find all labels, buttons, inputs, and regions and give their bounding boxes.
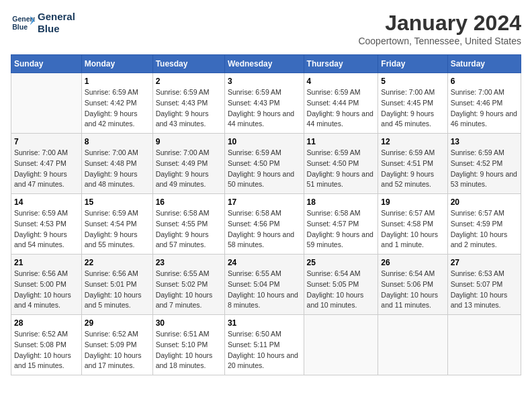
day-number: 11 [307, 137, 375, 146]
calendar-cell [11, 73, 82, 134]
calendar-week-row: 28Sunrise: 6:52 AMSunset: 5:08 PMDayligh… [11, 315, 521, 375]
day-number: 23 [156, 258, 222, 267]
calendar-cell: 12Sunrise: 6:59 AMSunset: 4:51 PMDayligh… [378, 134, 447, 194]
col-thursday: Thursday [304, 55, 378, 73]
day-info: Sunrise: 6:59 AMSunset: 4:52 PMDaylight:… [451, 148, 517, 188]
day-info: Sunrise: 6:59 AMSunset: 4:50 PMDaylight:… [228, 148, 294, 188]
svg-text:Blue: Blue [12, 23, 28, 31]
day-number: 2 [156, 77, 222, 86]
day-info: Sunrise: 6:58 AMSunset: 4:55 PMDaylight:… [156, 209, 210, 248]
col-sunday: Sunday [11, 55, 82, 73]
day-number: 3 [228, 77, 301, 86]
calendar-week-row: 14Sunrise: 6:59 AMSunset: 4:53 PMDayligh… [11, 194, 521, 255]
day-info: Sunrise: 6:59 AMSunset: 4:50 PMDaylight:… [307, 148, 373, 188]
calendar-cell: 4Sunrise: 6:59 AMSunset: 4:44 PMDaylight… [304, 73, 378, 134]
calendar-cell: 8Sunrise: 7:00 AMSunset: 4:48 PMDaylight… [81, 134, 152, 194]
calendar-cell [378, 315, 447, 375]
day-number: 22 [85, 258, 150, 267]
day-info: Sunrise: 6:59 AMSunset: 4:51 PMDaylight:… [381, 148, 435, 188]
page-title: January 2024 [358, 11, 521, 36]
day-number: 10 [228, 137, 301, 146]
page-header: General Blue GeneralBlue January 2024 Co… [11, 11, 521, 46]
day-number: 21 [14, 258, 79, 267]
page-subtitle: Coopertown, Tennessee, United States [358, 36, 521, 46]
day-number: 17 [228, 197, 301, 207]
header-row: Sunday Monday Tuesday Wednesday Thursday… [11, 55, 521, 73]
calendar-cell: 15Sunrise: 6:59 AMSunset: 4:54 PMDayligh… [81, 194, 152, 255]
col-friday: Friday [378, 55, 447, 73]
day-info: Sunrise: 6:54 AMSunset: 5:06 PMDaylight:… [381, 269, 438, 309]
col-monday: Monday [81, 55, 152, 73]
day-info: Sunrise: 7:00 AMSunset: 4:45 PMDaylight:… [381, 88, 435, 128]
calendar-cell: 19Sunrise: 6:57 AMSunset: 4:58 PMDayligh… [378, 194, 447, 255]
calendar-cell: 10Sunrise: 6:59 AMSunset: 4:50 PMDayligh… [224, 134, 304, 194]
logo: General Blue GeneralBlue [11, 11, 75, 35]
calendar-week-row: 1Sunrise: 6:59 AMSunset: 4:42 PMDaylight… [11, 73, 521, 134]
calendar-cell: 16Sunrise: 6:58 AMSunset: 4:55 PMDayligh… [152, 194, 224, 255]
calendar-cell [304, 315, 378, 375]
day-number: 7 [14, 137, 79, 146]
day-info: Sunrise: 6:58 AMSunset: 4:56 PMDaylight:… [228, 209, 294, 248]
calendar-cell: 5Sunrise: 7:00 AMSunset: 4:45 PMDaylight… [378, 73, 447, 134]
day-info: Sunrise: 6:51 AMSunset: 5:10 PMDaylight:… [156, 330, 213, 369]
day-number: 12 [381, 137, 444, 146]
day-info: Sunrise: 6:59 AMSunset: 4:44 PMDaylight:… [307, 88, 373, 128]
day-info: Sunrise: 7:00 AMSunset: 4:46 PMDaylight:… [451, 88, 517, 128]
day-number: 15 [85, 197, 150, 207]
calendar-week-row: 7Sunrise: 7:00 AMSunset: 4:47 PMDaylight… [11, 134, 521, 194]
calendar-cell: 21Sunrise: 6:56 AMSunset: 5:00 PMDayligh… [11, 255, 82, 315]
day-info: Sunrise: 6:59 AMSunset: 4:54 PMDaylight:… [85, 209, 138, 248]
calendar-cell: 27Sunrise: 6:53 AMSunset: 5:07 PMDayligh… [447, 255, 521, 315]
calendar-cell: 30Sunrise: 6:51 AMSunset: 5:10 PMDayligh… [152, 315, 224, 375]
day-number: 13 [451, 137, 518, 146]
calendar-cell: 6Sunrise: 7:00 AMSunset: 4:46 PMDaylight… [447, 73, 521, 134]
day-number: 28 [14, 318, 79, 328]
calendar-cell: 26Sunrise: 6:54 AMSunset: 5:06 PMDayligh… [378, 255, 447, 315]
day-info: Sunrise: 6:50 AMSunset: 5:11 PMDaylight:… [228, 330, 298, 369]
calendar-cell: 7Sunrise: 7:00 AMSunset: 4:47 PMDaylight… [11, 134, 82, 194]
day-number: 24 [228, 258, 301, 267]
day-info: Sunrise: 6:52 AMSunset: 5:09 PMDaylight:… [85, 330, 142, 369]
day-info: Sunrise: 6:59 AMSunset: 4:42 PMDaylight:… [85, 88, 138, 128]
calendar-cell: 2Sunrise: 6:59 AMSunset: 4:43 PMDaylight… [152, 73, 224, 134]
day-info: Sunrise: 7:00 AMSunset: 4:49 PMDaylight:… [156, 148, 210, 188]
day-info: Sunrise: 6:52 AMSunset: 5:08 PMDaylight:… [14, 330, 71, 369]
day-number: 18 [307, 197, 375, 207]
calendar-cell: 23Sunrise: 6:55 AMSunset: 5:02 PMDayligh… [152, 255, 224, 315]
day-info: Sunrise: 6:54 AMSunset: 5:05 PMDaylight:… [307, 269, 364, 309]
calendar-cell: 17Sunrise: 6:58 AMSunset: 4:56 PMDayligh… [224, 194, 304, 255]
day-number: 5 [381, 77, 444, 86]
calendar-cell [447, 315, 521, 375]
day-number: 16 [156, 197, 222, 207]
day-number: 1 [85, 77, 150, 86]
day-info: Sunrise: 6:58 AMSunset: 4:57 PMDaylight:… [307, 209, 373, 248]
day-number: 26 [381, 258, 444, 267]
calendar-cell: 9Sunrise: 7:00 AMSunset: 4:49 PMDaylight… [152, 134, 224, 194]
day-info: Sunrise: 6:56 AMSunset: 5:01 PMDaylight:… [85, 269, 142, 309]
day-info: Sunrise: 6:57 AMSunset: 4:58 PMDaylight:… [381, 209, 438, 248]
calendar-cell: 3Sunrise: 6:59 AMSunset: 4:43 PMDaylight… [224, 73, 304, 134]
day-number: 14 [14, 197, 79, 207]
calendar-cell: 25Sunrise: 6:54 AMSunset: 5:05 PMDayligh… [304, 255, 378, 315]
day-info: Sunrise: 6:53 AMSunset: 5:07 PMDaylight:… [451, 269, 508, 309]
logo-icon: General Blue [11, 13, 35, 32]
calendar-body: 1Sunrise: 6:59 AMSunset: 4:42 PMDaylight… [11, 73, 521, 375]
calendar-cell: 22Sunrise: 6:56 AMSunset: 5:01 PMDayligh… [81, 255, 152, 315]
day-number: 20 [451, 197, 518, 207]
calendar-cell: 13Sunrise: 6:59 AMSunset: 4:52 PMDayligh… [447, 134, 521, 194]
logo-text: GeneralBlue [38, 11, 75, 35]
day-number: 29 [85, 318, 150, 328]
calendar-cell: 28Sunrise: 6:52 AMSunset: 5:08 PMDayligh… [11, 315, 82, 375]
calendar-cell: 31Sunrise: 6:50 AMSunset: 5:11 PMDayligh… [224, 315, 304, 375]
day-info: Sunrise: 7:00 AMSunset: 4:48 PMDaylight:… [85, 148, 138, 188]
calendar-table: Sunday Monday Tuesday Wednesday Thursday… [11, 54, 521, 375]
day-number: 9 [156, 137, 222, 146]
day-info: Sunrise: 6:55 AMSunset: 5:02 PMDaylight:… [156, 269, 213, 309]
day-number: 31 [228, 318, 301, 328]
day-number: 25 [307, 258, 375, 267]
day-number: 8 [85, 137, 150, 146]
day-info: Sunrise: 6:56 AMSunset: 5:00 PMDaylight:… [14, 269, 71, 309]
calendar-cell: 20Sunrise: 6:57 AMSunset: 4:59 PMDayligh… [447, 194, 521, 255]
day-info: Sunrise: 6:59 AMSunset: 4:43 PMDaylight:… [156, 88, 210, 128]
col-wednesday: Wednesday [224, 55, 304, 73]
